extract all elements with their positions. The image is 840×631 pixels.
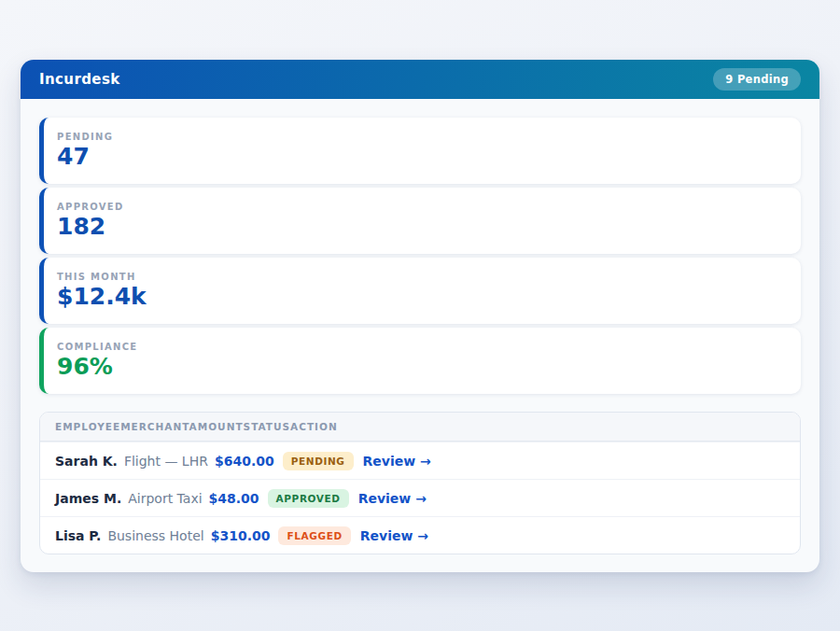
column-header-action: ACTION: [290, 421, 338, 432]
table-row: Sarah K. Flight — LHR $640.00 PENDING Re…: [40, 442, 800, 479]
expense-amount: $48.00: [209, 491, 259, 506]
stat-label: COMPLIANCE: [57, 342, 801, 352]
column-header-status: STATUS: [244, 421, 290, 432]
status-badge: PENDING: [283, 452, 354, 470]
app-body: PENDING 47 APPROVED 182 THIS MONTH $12.4…: [21, 99, 819, 572]
merchant-name: Flight — LHR: [124, 454, 208, 469]
employee-name: Lisa P.: [55, 528, 101, 543]
stat-value: 182: [57, 215, 801, 238]
status-badge: APPROVED: [268, 489, 349, 508]
merchant-name: Business Hotel: [107, 528, 203, 543]
expenses-table: EMPLOYEEMERCHANTAMOUNTSTATUSACTION Sarah…: [39, 412, 801, 554]
review-link[interactable]: Review →: [358, 491, 427, 506]
expense-amount: $640.00: [215, 454, 274, 469]
stat-value: 47: [57, 145, 801, 168]
column-header-amount: AMOUNT: [189, 421, 244, 432]
review-link[interactable]: Review →: [363, 454, 431, 469]
employee-name: Sarah K.: [55, 454, 118, 469]
stat-card-pending: PENDING 47: [39, 118, 801, 184]
review-link[interactable]: Review →: [360, 528, 428, 543]
expense-amount: $310.00: [211, 528, 271, 543]
table-row: Lisa P. Business Hotel $310.00 FLAGGED R…: [40, 516, 800, 554]
stat-label: THIS MONTH: [57, 272, 801, 282]
table-header-row: EMPLOYEEMERCHANTAMOUNTSTATUSACTION: [40, 413, 800, 442]
stat-card-this-month: THIS MONTH $12.4k: [39, 258, 801, 324]
employee-name: James M.: [55, 491, 121, 506]
status-badge: FLAGGED: [278, 526, 350, 545]
incurdesk-app-card: Incurdesk 9 Pending PENDING 47 APPROVED …: [21, 60, 819, 572]
stat-card-approved: APPROVED 182: [39, 188, 801, 254]
stat-card-compliance: COMPLIANCE 96%: [39, 328, 801, 394]
table-row: James M. Airport Taxi $48.00 APPROVED Re…: [40, 479, 800, 516]
column-header-merchant: MERCHANT: [120, 421, 189, 432]
app-title: Incurdesk: [39, 71, 120, 88]
column-header-employee: EMPLOYEE: [55, 421, 120, 432]
stat-label: PENDING: [57, 132, 801, 142]
stat-value: $12.4k: [57, 285, 801, 308]
stat-value: 96%: [57, 355, 801, 378]
app-header: Incurdesk 9 Pending: [21, 60, 819, 99]
merchant-name: Airport Taxi: [128, 491, 202, 506]
stat-label: APPROVED: [57, 202, 801, 212]
pending-count-badge: 9 Pending: [713, 68, 801, 91]
